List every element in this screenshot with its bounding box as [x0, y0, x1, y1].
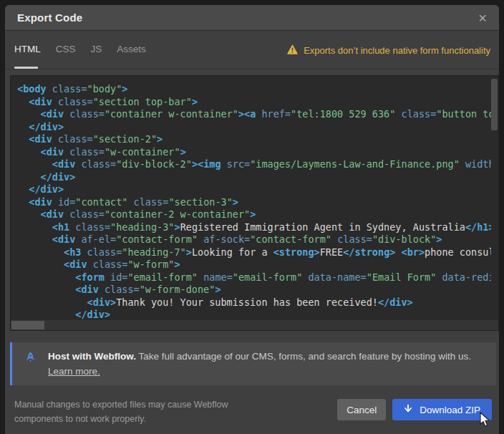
dialog-title: Export Code	[17, 11, 82, 24]
footer-note-line2: components to not work properly.	[14, 414, 146, 424]
cancel-button[interactable]: Cancel	[337, 399, 386, 420]
rocket-icon	[24, 352, 37, 367]
screen: Export Code × HTML CSS JS Assets	[0, 0, 504, 434]
banner-text: Host with Webflow. Take full advantage o…	[48, 349, 488, 379]
code-line: <div class="container-2 w-container">	[17, 208, 491, 221]
footer-note: Manual changes to exported files may cau…	[14, 397, 228, 426]
tab-assets[interactable]: Assets	[117, 44, 146, 54]
horizontal-scrollbar-track[interactable]	[11, 320, 498, 330]
code-line: <div id="contact" class="section-3">	[17, 196, 491, 209]
download-arrow-icon	[404, 404, 412, 415]
code-line: <div class="container w-container"><a hr…	[17, 108, 491, 121]
code-line: </div>	[17, 171, 491, 184]
form-functionality-warning: Exports don’t include native form functi…	[287, 44, 490, 57]
tabs: HTML CSS JS Assets	[14, 44, 146, 54]
tab-html[interactable]: HTML	[14, 44, 41, 54]
banner-bold: Host with Webflow.	[48, 351, 136, 362]
code-line: <div class="w-form-done">	[17, 284, 491, 296]
code-line: <h3 class="heading-7">Looking for a <str…	[17, 246, 491, 259]
code-line: <div class="section top-bar">	[17, 96, 491, 109]
tab-css[interactable]: CSS	[56, 44, 76, 54]
code-content: <body class="body"> <div class="section …	[11, 76, 491, 320]
banner-message: Take full advantage of our CMS, forms, a…	[136, 351, 471, 362]
code-line: <div class="w-form">	[17, 259, 491, 271]
horizontal-scrollbar-thumb[interactable]	[11, 321, 44, 329]
code-line: <h1 class="heading-3">Registered Immigra…	[17, 221, 491, 234]
code-line: <div class="section-2">	[17, 133, 491, 146]
code-viewer[interactable]: <body class="body"> <div class="section …	[10, 75, 499, 331]
code-line: </div>	[17, 121, 491, 134]
footer-note-line1: Manual changes to exported files may cau…	[14, 400, 228, 410]
footer-buttons: Cancel Download ZIP	[337, 399, 492, 420]
code-line: </div>	[17, 183, 491, 196]
download-zip-label: Download ZIP	[420, 405, 480, 415]
export-code-dialog: Export Code × HTML CSS JS Assets	[5, 5, 499, 434]
code-line: </div>	[17, 309, 491, 320]
code-line: <div af-el="contact-form" af-sock="conta…	[17, 233, 491, 246]
code-line: <div>Thank you! Your submission has been…	[17, 296, 491, 309]
close-icon[interactable]: ×	[473, 9, 492, 27]
code-line: <div class="w-container">	[17, 146, 491, 159]
warning-text: Exports don’t include native form functi…	[304, 45, 490, 56]
tab-bar: HTML CSS JS Assets Exports don’t include…	[5, 32, 499, 69]
code-line: <form id="email-form" name="email-form" …	[17, 271, 491, 284]
learn-more-link[interactable]: Learn more.	[48, 366, 100, 377]
vertical-scrollbar[interactable]	[491, 79, 498, 130]
dialog-titlebar: Export Code ×	[5, 5, 499, 31]
code-line: <body class="body">	[17, 83, 491, 96]
download-zip-button[interactable]: Download ZIP	[392, 399, 492, 420]
tab-js[interactable]: JS	[91, 44, 102, 54]
warning-icon	[287, 44, 298, 57]
hosting-banner: Host with Webflow. Take full advantage o…	[10, 342, 496, 385]
code-line: <div class="div-block-2"><img src="image…	[17, 158, 491, 171]
active-tab-indicator	[14, 67, 38, 69]
